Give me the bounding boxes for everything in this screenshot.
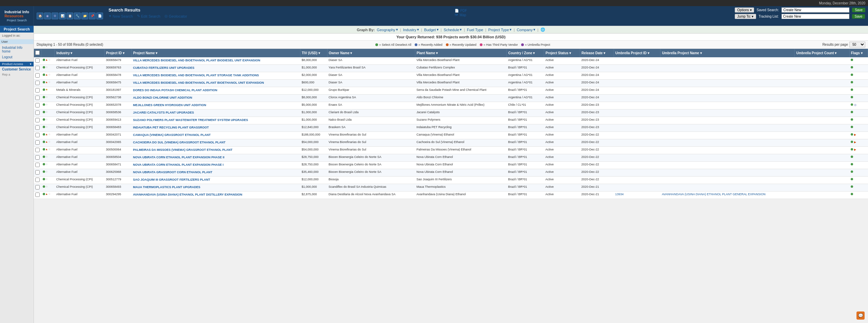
project-name-link[interactable]: JACAREI CATALYSTS PLANT UPGRADES — [133, 111, 194, 114]
project-name-link[interactable]: DORES DO INDAIA POTASH CHEMICAL PLANT AD… — [133, 88, 217, 92]
project-name-link[interactable]: SUZANO POLYMERS PLANT WASTEWATER TREATME… — [133, 118, 248, 122]
project-name-link[interactable]: NOVA UBIRATA CORN ETHANOL PLANT EXPANSIO… — [133, 163, 223, 166]
graph-geography[interactable]: Geography ▾ — [377, 27, 398, 32]
row-checkbox[interactable] — [35, 118, 40, 122]
row-umb-name-cell[interactable]: AVANHANDAVA (USINA DIANA) ETHANOL PLANT … — [660, 191, 795, 199]
tool-icon-3[interactable]: ⚙ — [52, 13, 58, 19]
tool-icon-1[interactable]: 🏠 — [37, 13, 43, 19]
tracking-list-input[interactable] — [782, 14, 849, 19]
row-project-name-cell[interactable]: SUZANO POLYMERS PLANT WASTEWATER TREATME… — [132, 117, 300, 124]
graph-budget[interactable]: Budget ▾ — [424, 27, 439, 32]
col-project-name[interactable]: Project Name ▾ — [132, 49, 300, 57]
col-umb-count[interactable]: Umbrella Project Count ▾ — [795, 49, 849, 57]
legend-select-all[interactable]: = Select All Deselect All — [375, 43, 411, 46]
map-btn[interactable]: 🗺 Map — [455, 13, 467, 17]
row-project-name-cell[interactable]: SAO JOAQUIM III GRASSROOT FERTILIZERS PL… — [132, 177, 300, 184]
tool-icon-2[interactable]: ◉ — [44, 13, 51, 19]
row-checkbox[interactable] — [35, 170, 40, 175]
row-project-name-cell[interactable]: CACHOEIRA DO SUL (VINEMA) GRASSROOT ETHA… — [132, 139, 300, 147]
geolocator-btn[interactable]: ◎ Geolocator — [164, 14, 187, 18]
tool-icon-7[interactable]: 📁 — [81, 13, 88, 19]
per-page-select[interactable]: 50 100 200 — [849, 42, 865, 47]
row-umb-id-cell[interactable]: 13934 — [614, 191, 660, 199]
project-name-link[interactable]: VILLA MERCEDES BIODIESEL AND BIOETHANOL … — [133, 81, 264, 84]
edit-search-btn[interactable]: ✎ Edit Search — [137, 14, 160, 18]
row-project-name-cell[interactable]: PALMEIRAS DA MISSOES (VINEMA) GRASSROOT … — [132, 147, 300, 154]
graph-schedule[interactable]: Schedule ▾ — [443, 27, 462, 32]
col-release[interactable]: Release Date ▾ — [580, 49, 614, 57]
project-name-link[interactable]: PALMEIRAS DA MISSOES (VINEMA) GRASSROOT … — [133, 148, 232, 152]
row-project-name-cell[interactable]: NOVA UBIRATA CORN ETHANOL PLANT EXPANSIO… — [132, 154, 300, 162]
project-name-link[interactable]: CACHOEIRA DO SUL (VINEMA) GRASSROOT ETHA… — [133, 141, 225, 144]
col-tiv[interactable]: TIV (USD) ▾ — [300, 49, 328, 57]
row-checkbox[interactable] — [35, 103, 40, 107]
row-project-name-cell[interactable]: MEJILLONES GREEN HYDROGEN UNIT ADDITION — [132, 102, 300, 109]
project-name-link[interactable]: VILLA MERCEDES BIODIESEL AND BIOETHANOL … — [133, 74, 259, 77]
umbrella-id-link[interactable]: 13934 — [615, 193, 624, 196]
row-project-name-cell[interactable]: JACAREI CATALYSTS PLANT UPGRADES — [132, 109, 300, 117]
graph-project-type[interactable]: Project Type ▾ — [488, 27, 512, 32]
row-checkbox[interactable] — [35, 66, 40, 70]
row-checkbox[interactable] — [35, 185, 40, 189]
chat-bubble[interactable]: 💬 — [856, 311, 865, 320]
pdf-btn[interactable]: 📄 PDF — [455, 9, 467, 13]
row-checkbox[interactable] — [35, 110, 40, 115]
row-checkbox[interactable] — [35, 155, 40, 160]
customer-service[interactable]: Customer Service — [0, 66, 34, 72]
row-project-name-cell[interactable]: NOVA UBIRATA CORN ETHANOL PLANT EXPANSIO… — [132, 162, 300, 169]
col-country[interactable]: Country / Zone ▾ — [507, 49, 544, 57]
row-project-name-cell[interactable]: NOVA UBIRATA GRASSROOT CORN ETHANOL PLAN… — [132, 169, 300, 177]
project-name-link[interactable]: INDAIATUBA PET RECYCLING PLANT GRASSROOT — [133, 126, 209, 129]
options-btn[interactable]: Options ▾ — [735, 7, 754, 13]
row-checkbox[interactable] — [35, 125, 40, 130]
row-project-name-cell[interactable]: VILLA MERCEDES BIODIESEL AND BIOETHANOL … — [132, 72, 300, 80]
select-all-checkbox[interactable] — [35, 51, 40, 55]
project-name-link[interactable]: VILLA MERCEDES BIODIESEL AND BIOETHANOL … — [133, 59, 260, 62]
tool-icon-4[interactable]: 📊 — [59, 13, 66, 19]
new-search-btn[interactable]: ✦ New Search — [108, 14, 133, 18]
row-project-name-cell[interactable]: AVANHANDAVA (USINA DIANA) ETHANOL PLANT … — [132, 191, 300, 199]
row-project-name-cell[interactable]: CUBATAO FERTILIZERS UNIT UPGRADES — [132, 65, 300, 72]
col-status[interactable]: Project Status ▾ — [544, 49, 580, 57]
project-name-link[interactable]: NOVA UBIRATA CORN ETHANOL PLANT EXPANSIO… — [133, 156, 224, 159]
col-umb-id[interactable]: Umbrella Project ID ▾ — [614, 49, 660, 57]
project-name-link[interactable]: AVANHANDAVA (USINA DIANA) ETHANOL PLANT … — [133, 193, 242, 196]
row-checkbox[interactable] — [35, 58, 40, 63]
project-name-link[interactable]: SAO JOAQUIM III GRASSROOT FERTILIZERS PL… — [133, 178, 210, 181]
graph-company[interactable]: Company ▾ — [517, 27, 535, 32]
row-project-name-cell[interactable]: DORES DO INDAIA POTASH CHEMICAL PLANT AD… — [132, 87, 300, 95]
tool-icon-6[interactable]: 🔧 — [74, 13, 81, 19]
row-project-name-cell[interactable]: VILLA MERCEDES BIODIESEL AND BIOETHANOL … — [132, 57, 300, 65]
project-name-link[interactable]: NOVA UBIRATA GRASSROOT CORN ETHANOL PLAN… — [133, 170, 212, 174]
row-checkbox[interactable] — [35, 163, 40, 167]
jump-to-btn[interactable]: Jump To: ▾ — [735, 14, 756, 19]
col-plant[interactable]: Plant Name ▾ — [415, 49, 507, 57]
row-checkbox[interactable] — [35, 88, 40, 93]
row-checkbox[interactable] — [35, 133, 40, 137]
col-check[interactable] — [34, 49, 41, 57]
tool-icon-9[interactable]: 📄 — [96, 13, 103, 19]
row-checkbox[interactable] — [35, 96, 40, 100]
col-umb-name[interactable]: Umbrella Project Name ▾ — [660, 49, 795, 57]
row-project-name-cell[interactable]: INDAIATUBA PET RECYCLING PLANT GRASSROOT — [132, 124, 300, 132]
col-industry[interactable]: Industry ▾ — [55, 49, 104, 57]
product-access[interactable]: Product Access ▾ — [0, 62, 34, 66]
tool-icon-8[interactable]: 📌 — [89, 13, 96, 19]
save-tracking-btn[interactable]: Save — [852, 14, 865, 19]
col-owner[interactable]: Owner Name ▾ — [327, 49, 415, 57]
row-project-name-cell[interactable]: ALDO BONZI CHLORINE UNIT ADDITION — [132, 95, 300, 102]
umbrella-name-link[interactable]: AVANHANDAVA (USINA DIANA) ETHANOL PLANT … — [662, 193, 766, 196]
project-name-link[interactable]: MEJILLONES GREEN HYDROGEN UNIT ADDITION — [133, 103, 206, 107]
row-project-name-cell[interactable]: CAMAQUA (VINEMA) GRASSROOT ETHANOL PLANT — [132, 132, 300, 139]
row-checkbox[interactable] — [35, 81, 40, 85]
tool-icon-5[interactable]: 📋 — [66, 13, 73, 19]
row-checkbox[interactable] — [35, 178, 40, 182]
row-project-name-cell[interactable]: MAUA THERMOPLASTICS PLANT UPGRADES — [132, 184, 300, 191]
logout-link[interactable]: Logout — [0, 54, 34, 60]
row-project-name-cell[interactable]: VILLA MERCEDES BIODIESEL AND BIOETHANOL … — [132, 80, 300, 87]
col-project-id[interactable]: Project ID ▾ — [104, 49, 132, 57]
row-checkbox[interactable] — [35, 193, 40, 197]
project-name-link[interactable]: ALDO BONZI CHLORINE UNIT ADDITION — [133, 96, 192, 99]
graph-industry[interactable]: Industry ▾ — [403, 27, 419, 32]
graph-fuel-type[interactable]: Fuel Type — [467, 28, 483, 32]
